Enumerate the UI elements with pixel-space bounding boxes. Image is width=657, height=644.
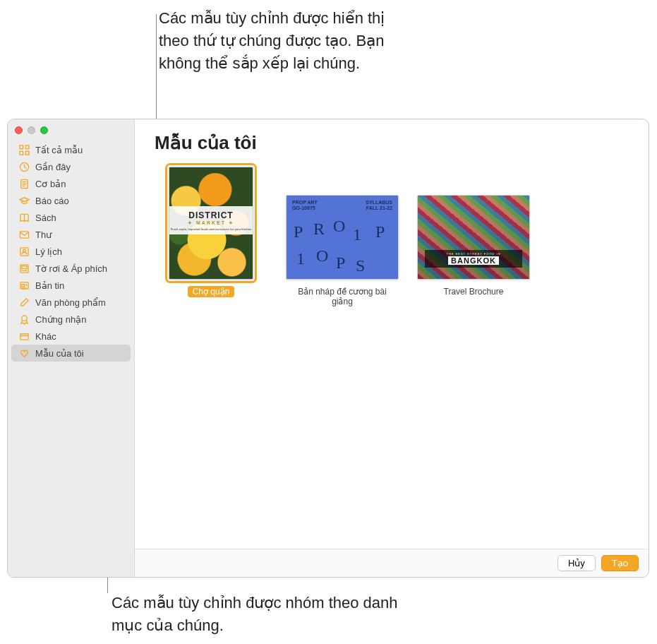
close-window-button[interactable] [15, 126, 23, 134]
sidebar-item-label: Cơ bản [35, 179, 66, 189]
misc-icon [18, 330, 30, 342]
thumb-header-left: PROP ARTGO-10875 [292, 200, 318, 210]
svg-rect-13 [20, 333, 28, 339]
sidebar-item-label: Bản tin [35, 280, 64, 291]
template-thumbnail: DISTRICT✦ MARKET ✦Fresh explo, imported … [169, 167, 253, 280]
clock-icon [18, 161, 30, 172]
svg-point-12 [21, 315, 27, 321]
sidebar-item-label: Gần đây [35, 162, 71, 172]
template-card[interactable]: THE BEST STREET FOOD INBANGKOKTravel Bro… [417, 167, 530, 297]
sidebar-item-label: Văn phòng phẩm [35, 297, 106, 308]
sidebar-item-label: Chứng nhận [35, 314, 86, 325]
sidebar-item-label: Báo cáo [35, 196, 69, 206]
sidebar-item-t-r-i-p-ph-ch[interactable]: Tờ rơi & Áp phích [11, 260, 131, 277]
sidebar-item-kh-c[interactable]: Khác [11, 328, 131, 345]
svg-rect-6 [20, 231, 28, 237]
sidebar-item-label: Khác [35, 331, 56, 342]
svg-rect-10 [21, 266, 27, 268]
sidebar-item-l-l-ch[interactable]: Lý lịch [11, 243, 131, 260]
svg-rect-2 [19, 151, 23, 155]
ribbon-icon [18, 314, 30, 325]
book-icon [18, 212, 30, 223]
newspaper-icon [18, 280, 30, 291]
template-grid: DISTRICT✦ MARKET ✦Fresh explo, imported … [155, 167, 629, 307]
footer-bar: Hủy Tạo [135, 549, 649, 577]
page-title: Mẫu của tôi [155, 132, 629, 154]
pen-icon [18, 297, 30, 308]
template-label: Chợ quận [188, 286, 235, 297]
gradcap-icon [18, 195, 30, 206]
svg-rect-1 [25, 145, 29, 148]
sidebar-item-t-t-c-m-u[interactable]: Tất cả mẫu [11, 141, 131, 158]
template-chooser-window: Tất cả mẫuGần đâyCơ bảnBáo cáoSáchThưLý … [7, 119, 649, 578]
svg-rect-0 [19, 145, 23, 148]
callout-text-top: Các mẫu tùy chỉnh được hiển thị theo thứ… [159, 7, 399, 75]
thumb-title: DISTRICT [188, 210, 233, 220]
template-thumbnail: THE BEST STREET FOOD INBANGKOK [417, 195, 530, 280]
envelope-icon [18, 229, 30, 240]
sidebar-item-b-o-c-o[interactable]: Báo cáo [11, 192, 131, 209]
template-thumbnail: PROP ARTGO-10875SYLLABUSFALL 21-22PRO1P1… [286, 195, 399, 280]
sidebar-item-v-n-ph-ng-ph-m[interactable]: Văn phòng phẩm [11, 294, 131, 311]
template-card[interactable]: DISTRICT✦ MARKET ✦Fresh explo, imported … [155, 167, 267, 297]
content-area: Mẫu của tôi DISTRICT✦ MARKET ✦Fresh expl… [135, 119, 649, 549]
sidebar-item-b-n-tin[interactable]: Bản tin [11, 277, 131, 294]
thumb-caption: Fresh explo, imported foods and exclusiv… [171, 227, 252, 231]
heart-icon [18, 347, 30, 359]
sidebar-item-g-n-y[interactable]: Gần đây [11, 158, 131, 175]
thumb-art: PRO1P1OPS [287, 217, 398, 272]
poster-icon [18, 263, 30, 274]
template-label: Bản nháp đề cương bài giảng [286, 286, 399, 307]
sidebar-item-label: Tất cả mẫu [35, 145, 83, 155]
callout-text-bottom: Các mẫu tùy chỉnh được nhóm theo danh mụ… [111, 592, 408, 637]
grid-icon [18, 144, 30, 155]
window-controls [8, 124, 134, 141]
thumb-title-strip: THE BEST STREET FOOD INBANGKOK [425, 250, 522, 268]
sidebar-item-label: Mẫu của tôi [35, 348, 84, 359]
main-panel: Mẫu của tôi DISTRICT✦ MARKET ✦Fresh expl… [135, 119, 649, 577]
sidebar-item-label: Thư [35, 229, 52, 240]
sidebar-item-c-b-n[interactable]: Cơ bản [11, 175, 131, 192]
sidebar-item-label: Sách [35, 213, 56, 223]
sidebar-item-label: Lý lịch [35, 246, 62, 257]
doc-icon [18, 178, 30, 189]
thumb-subtitle: ✦ MARKET ✦ [188, 220, 234, 226]
svg-point-8 [23, 249, 25, 252]
minimize-window-button[interactable] [28, 126, 35, 134]
cancel-button[interactable]: Hủy [557, 555, 596, 571]
sidebar-item-label: Tờ rơi & Áp phích [35, 263, 107, 274]
create-button[interactable]: Tạo [601, 555, 639, 571]
person-icon [18, 246, 30, 257]
zoom-window-button[interactable] [40, 126, 48, 134]
template-card[interactable]: PROP ARTGO-10875SYLLABUSFALL 21-22PRO1P1… [286, 167, 399, 307]
sidebar-item-s-ch[interactable]: Sách [11, 209, 131, 226]
template-label: Travel Brochure [439, 286, 509, 297]
sidebar-item-ch-ng-nh-n[interactable]: Chứng nhận [11, 311, 131, 328]
sidebar-item-th-[interactable]: Thư [11, 226, 131, 243]
thumb-header-right: SYLLABUSFALL 21-22 [366, 200, 392, 210]
sidebar-item-m-u-c-a-t-i[interactable]: Mẫu của tôi [11, 345, 131, 362]
sidebar: Tất cả mẫuGần đâyCơ bảnBáo cáoSáchThưLý … [8, 119, 135, 577]
svg-rect-3 [25, 151, 29, 155]
